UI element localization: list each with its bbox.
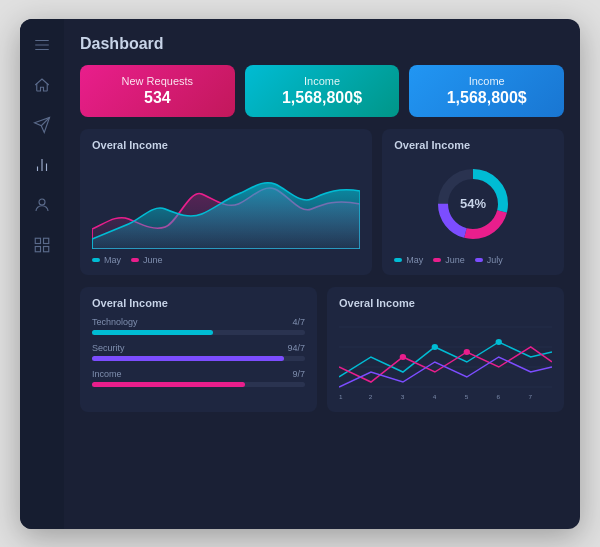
- stat-card-income-2[interactable]: Income 1,568,800$: [409, 65, 564, 117]
- stat-card-value-0: 534: [144, 89, 171, 107]
- donut-legend-july: July: [475, 255, 503, 265]
- progress-chart-card: Overal Income Technology 4/7: [80, 287, 317, 412]
- donut-chart: 54%: [394, 159, 552, 249]
- progress-fill-0: [92, 330, 213, 335]
- progress-item-2: Income 9/7: [92, 369, 305, 387]
- svg-text:2: 2: [369, 393, 373, 400]
- progress-bg-0: [92, 330, 305, 335]
- main-content: Dashboard New Requests 534 Income 1,568,…: [64, 19, 580, 529]
- legend-label-may: May: [104, 255, 121, 265]
- sidebar-icon-send[interactable]: [32, 115, 52, 135]
- progress-label-1: Security: [92, 343, 125, 353]
- dashboard-wrapper: Dashboard New Requests 534 Income 1,568,…: [20, 19, 580, 529]
- progress-label-0: Technology: [92, 317, 138, 327]
- progress-chart-title: Overal Income: [92, 297, 305, 309]
- svg-text:6: 6: [497, 393, 501, 400]
- legend-item-june: June: [131, 255, 163, 265]
- line-chart: 1 2 3 4 5 6 7: [339, 317, 552, 402]
- svg-point-22: [496, 339, 502, 345]
- donut-chart-card: Overal Income 54%: [382, 129, 564, 275]
- progress-header-0: Technology 4/7: [92, 317, 305, 327]
- svg-rect-9: [35, 238, 40, 243]
- svg-point-24: [464, 349, 470, 355]
- line-chart-title: Overal Income: [339, 297, 552, 309]
- svg-point-21: [432, 344, 438, 350]
- stat-card-income-1[interactable]: Income 1,568,800$: [245, 65, 400, 117]
- legend-dot-may: [92, 258, 100, 262]
- progress-fill-2: [92, 382, 245, 387]
- donut-legend-label-may: May: [406, 255, 423, 265]
- donut-legend-dot-may: [394, 258, 402, 262]
- svg-rect-10: [44, 238, 49, 243]
- donut-percentage: 54%: [460, 196, 486, 211]
- stat-cards: New Requests 534 Income 1,568,800$ Incom…: [80, 65, 564, 117]
- legend-dot-june: [131, 258, 139, 262]
- svg-rect-11: [35, 246, 40, 251]
- progress-header-2: Income 9/7: [92, 369, 305, 379]
- area-chart: [92, 159, 360, 249]
- progress-value-0: 4/7: [292, 317, 305, 327]
- donut-legend-dot-june: [433, 258, 441, 262]
- progress-fill-1: [92, 356, 284, 361]
- donut-legend-label-july: July: [487, 255, 503, 265]
- svg-text:4: 4: [433, 393, 437, 400]
- progress-item-0: Technology 4/7: [92, 317, 305, 335]
- progress-header-1: Security 94/7: [92, 343, 305, 353]
- donut-chart-legend: May June July: [394, 255, 552, 265]
- stat-card-label-0: New Requests: [122, 75, 194, 87]
- progress-bg-2: [92, 382, 305, 387]
- sidebar-icon-chart[interactable]: [32, 155, 52, 175]
- page-container: Dashboard New Requests 534 Income 1,568,…: [0, 0, 600, 547]
- svg-text:5: 5: [465, 393, 469, 400]
- line-chart-card: Overal Income: [327, 287, 564, 412]
- donut-legend-june: June: [433, 255, 465, 265]
- donut-legend-label-june: June: [445, 255, 465, 265]
- bottom-row: Overal Income Technology 4/7: [80, 287, 564, 412]
- sidebar-icon-grid[interactable]: [32, 235, 52, 255]
- legend-item-may: May: [92, 255, 121, 265]
- svg-text:1: 1: [339, 393, 343, 400]
- page-title: Dashboard: [80, 35, 564, 53]
- sidebar-icon-home[interactable]: [32, 75, 52, 95]
- svg-text:3: 3: [401, 393, 405, 400]
- sidebar: [20, 19, 64, 529]
- progress-item-1: Security 94/7: [92, 343, 305, 361]
- progress-value-1: 94/7: [287, 343, 305, 353]
- legend-label-june: June: [143, 255, 163, 265]
- area-chart-legend: May June: [92, 255, 360, 265]
- sidebar-icon-menu[interactable]: [32, 35, 52, 55]
- area-chart-card: Overal Income: [80, 129, 372, 275]
- donut-legend-dot-july: [475, 258, 483, 262]
- svg-point-8: [39, 199, 45, 205]
- stat-card-value-1: 1,568,800$: [282, 89, 362, 107]
- stat-card-label-2: Income: [469, 75, 505, 87]
- svg-text:7: 7: [529, 393, 533, 400]
- charts-row-1: Overal Income: [80, 129, 564, 275]
- donut-legend-may: May: [394, 255, 423, 265]
- progress-bg-1: [92, 356, 305, 361]
- stat-card-value-2: 1,568,800$: [447, 89, 527, 107]
- stat-card-label-1: Income: [304, 75, 340, 87]
- stat-card-new-requests[interactable]: New Requests 534: [80, 65, 235, 117]
- progress-value-2: 9/7: [292, 369, 305, 379]
- sidebar-icon-user[interactable]: [32, 195, 52, 215]
- svg-point-23: [400, 354, 406, 360]
- donut-chart-title: Overal Income: [394, 139, 552, 151]
- area-chart-title: Overal Income: [92, 139, 360, 151]
- svg-rect-12: [44, 246, 49, 251]
- progress-label-2: Income: [92, 369, 122, 379]
- progress-section: Technology 4/7 Security 94/7: [92, 317, 305, 387]
